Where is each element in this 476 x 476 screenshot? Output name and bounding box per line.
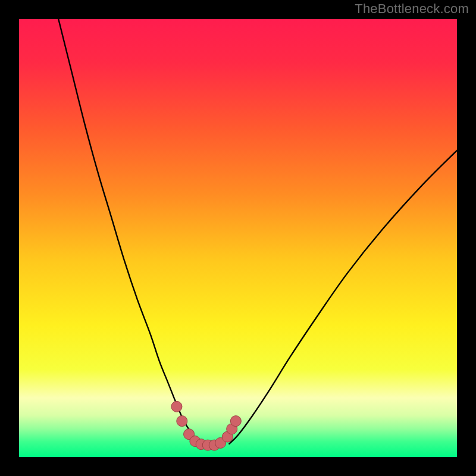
valley-marker [177,416,187,427]
right-branch-curve [229,151,457,444]
valley-marker [230,416,241,427]
valley-marker [171,401,182,412]
plot-area [19,19,457,457]
chart-frame: TheBottleneck.com [0,0,476,476]
attribution-text: TheBottleneck.com [355,1,469,17]
left-branch-curve [58,19,203,444]
curve-layer [19,19,457,457]
